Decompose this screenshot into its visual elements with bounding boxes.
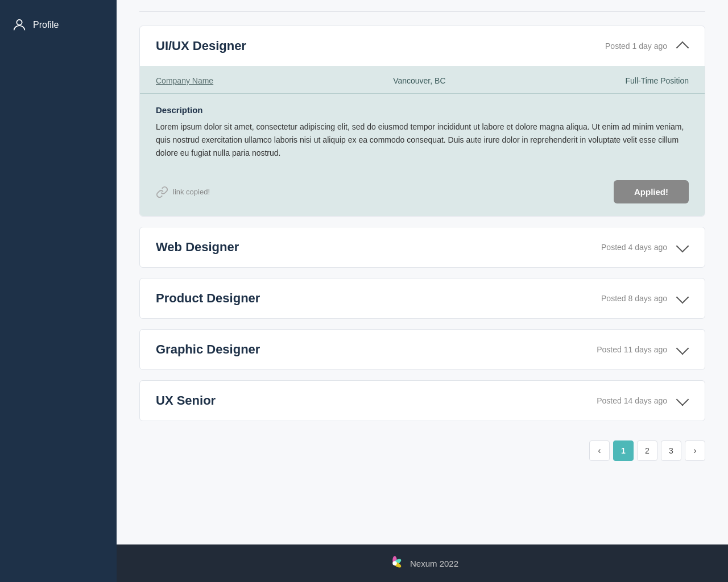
main-content: UI/UX Designer Posted 1 day ago Company … bbox=[117, 0, 728, 544]
job-meta-right-1: Posted 1 day ago bbox=[605, 40, 689, 52]
job-meta-right-5: Posted 14 days ago bbox=[597, 394, 689, 407]
job-card-4: Graphic Designer Posted 11 days ago bbox=[139, 329, 705, 370]
next-page-button[interactable]: › bbox=[685, 440, 705, 461]
chain-link-icon bbox=[156, 186, 168, 198]
job-title-1: UI/UX Designer bbox=[156, 39, 246, 53]
job-card-header-3[interactable]: Product Designer Posted 8 days ago bbox=[140, 278, 705, 318]
job-card-expanded: UI/UX Designer Posted 1 day ago Company … bbox=[139, 26, 705, 217]
chevron-down-icon-5 bbox=[676, 394, 689, 407]
job-meta-right-4: Posted 11 days ago bbox=[597, 343, 689, 356]
chevron-down-icon-2 bbox=[676, 241, 689, 253]
page-button-3[interactable]: 3 bbox=[661, 440, 681, 461]
page-button-2[interactable]: 2 bbox=[637, 440, 657, 461]
sidebar: Profile bbox=[0, 0, 117, 582]
svg-point-4 bbox=[392, 561, 397, 566]
sidebar-item-profile[interactable]: Profile bbox=[0, 11, 117, 39]
chevron-down-icon-3 bbox=[676, 292, 689, 305]
job-title-2: Web Designer bbox=[156, 240, 239, 255]
job-location: Vancouver, BC bbox=[393, 76, 445, 85]
job-title-5: UX Senior bbox=[156, 393, 216, 408]
job-card-2: Web Designer Posted 4 days ago bbox=[139, 227, 705, 268]
link-icon bbox=[156, 186, 168, 198]
person-icon bbox=[11, 17, 27, 33]
description-title: Description bbox=[156, 105, 689, 115]
main-wrapper: UI/UX Designer Posted 1 day ago Company … bbox=[117, 0, 728, 582]
job-card-5: UX Senior Posted 14 days ago bbox=[139, 380, 705, 421]
nexum-logo-icon bbox=[386, 555, 403, 572]
job-posted-4: Posted 11 days ago bbox=[597, 345, 667, 354]
top-divider bbox=[139, 11, 705, 12]
job-card-header-4[interactable]: Graphic Designer Posted 11 days ago bbox=[140, 330, 705, 369]
job-meta-right-2: Posted 4 days ago bbox=[601, 241, 689, 253]
svg-point-0 bbox=[16, 20, 22, 25]
job-meta-right-3: Posted 8 days ago bbox=[601, 292, 689, 305]
job-card-header-2[interactable]: Web Designer Posted 4 days ago bbox=[140, 227, 705, 267]
job-card-header-1[interactable]: UI/UX Designer Posted 1 day ago bbox=[140, 26, 705, 66]
job-title-4: Graphic Designer bbox=[156, 342, 260, 357]
job-title-3: Product Designer bbox=[156, 291, 260, 306]
job-card-3: Product Designer Posted 8 days ago bbox=[139, 278, 705, 319]
footer: Nexum 2022 bbox=[117, 544, 728, 582]
chevron-down-icon-4 bbox=[676, 343, 689, 356]
description-text: Lorem ipsum dolor sit amet, consectetur … bbox=[156, 120, 689, 160]
chevron-up-icon-1 bbox=[676, 40, 689, 52]
job-description-section: Description Lorem ipsum dolor sit amet, … bbox=[140, 94, 705, 173]
job-posted-1: Posted 1 day ago bbox=[605, 41, 667, 51]
job-posted-3: Posted 8 days ago bbox=[601, 294, 667, 303]
link-copied-indicator: link copied! bbox=[156, 186, 210, 198]
job-details-1: Company Name Vancouver, BC Full-Time Pos… bbox=[140, 66, 705, 216]
prev-page-button[interactable]: ‹ bbox=[589, 440, 610, 461]
footer-brand: Nexum 2022 bbox=[410, 559, 458, 568]
link-copied-text: link copied! bbox=[173, 188, 210, 196]
company-name: Company Name bbox=[156, 76, 213, 85]
job-details-top-1: Company Name Vancouver, BC Full-Time Pos… bbox=[140, 66, 705, 94]
job-posted-2: Posted 4 days ago bbox=[601, 243, 667, 252]
job-actions-1: link copied! Applied! bbox=[140, 173, 705, 216]
job-posted-5: Posted 14 days ago bbox=[597, 396, 667, 405]
applied-button[interactable]: Applied! bbox=[614, 180, 689, 203]
pagination: ‹ 1 2 3 › bbox=[139, 431, 705, 465]
job-type: Full-Time Position bbox=[625, 76, 689, 85]
sidebar-profile-label: Profile bbox=[33, 20, 59, 30]
job-card-header-5[interactable]: UX Senior Posted 14 days ago bbox=[140, 381, 705, 421]
page-button-1[interactable]: 1 bbox=[613, 440, 634, 461]
